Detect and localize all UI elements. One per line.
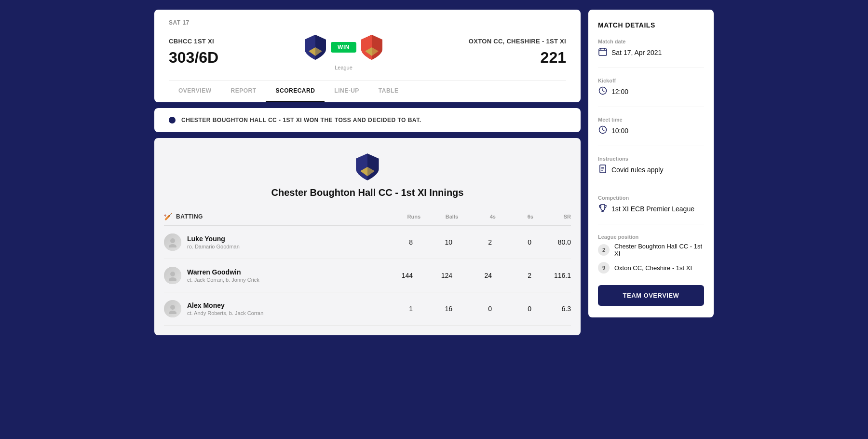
tab-scorecard[interactable]: SCORECARD [266,81,325,102]
divider [598,224,704,224]
avatar [164,267,181,284]
match-teams-row: CBHCC 1ST XI 303/6D WIN [169,34,566,80]
meet-time-group: Meet time 10:00 [598,117,704,136]
document-icon [598,165,608,175]
tab-overview[interactable]: OVERVIEW [169,81,221,102]
away-team-score: 221 [541,49,566,67]
toss-text: CHESTER BOUGHTON HALL CC - 1ST XI WON TH… [181,117,421,123]
divider [598,107,704,107]
competition-group: Competition 1st XI ECB Premier League [598,195,704,214]
league-position-group: League position 2 Chester Boughton Hall … [598,234,704,274]
kickoff-value: 12:00 [611,88,628,96]
stat-sixes: 0 [498,305,531,313]
player-info: Alex Money ct. Andy Roberts, b. Jack Cor… [187,302,373,316]
stat-runs: 144 [379,272,413,279]
stat-fours: 2 [458,238,492,246]
player-name: Alex Money [187,302,373,309]
stat-sr: 80.0 [537,238,571,246]
meet-time-value-row: 10:00 [598,125,704,136]
batting-section: 🏏 BATTING Runs Balls 4s 6s SR [154,208,581,326]
home-team-score: 303/6D [169,49,218,67]
player-avatar [164,300,181,317]
svg-point-1 [169,244,176,247]
person-icon [167,237,178,247]
person-icon [167,303,178,314]
divider [598,68,704,68]
table-row: Luke Young ro. Damario Goodman 8 10 2 0 … [164,226,571,259]
kickoff-value-row: 12:00 [598,86,704,97]
main-content: SAT 17 CBHCC 1ST XI 303/6D [154,10,581,335]
innings-card: Chester Boughton Hall CC - 1st XI Inning… [154,138,581,335]
stat-fours: 0 [458,305,492,313]
player-name: Warren Goodwin [187,268,373,276]
list-item: 2 Chester Boughton Hall CC - 1st XI [598,243,704,257]
position-team-2: Oxton CC, Cheshire - 1st XI [614,264,692,272]
home-team-name: CBHCC 1ST XI [169,38,218,45]
svg-point-0 [170,238,175,243]
stat-balls: 16 [419,305,452,313]
list-item: 9 Oxton CC, Cheshire - 1st XI [598,262,704,274]
player-avatar [164,267,181,284]
team-overview-button[interactable]: TEAM OVERVIEW [598,285,704,306]
svg-point-4 [170,305,175,310]
home-shield-icon [304,34,327,61]
player-dismissal: ro. Damario Goodman [187,244,373,249]
clock-icon-2 [598,125,608,136]
league-label: League [335,65,353,70]
player-dismissal: ct. Jack Corran, b. Jonny Crick [187,277,373,283]
calendar-icon [598,47,608,58]
kickoff-label: Kickoff [598,78,704,83]
position-badge-2: 9 [598,262,610,274]
match-center: WIN League [304,34,383,70]
instructions-value: Covid rules apply [611,166,663,174]
sidebar-title: MATCH DETAILS [598,21,704,29]
clock-icon [598,86,608,97]
away-team-name: OXTON CC, CHESHIRE - 1ST XI [469,38,566,45]
competition-value-row: 1st XI ECB Premier League [598,204,704,214]
batting-header-row: 🏏 BATTING Runs Balls 4s 6s SR [164,208,571,226]
player-dismissal: ct. Andy Roberts, b. Jack Corran [187,310,373,316]
tabs-row: OVERVIEW REPORT SCORECARD LINE-UP TABLE [169,80,566,102]
innings-title: Chester Boughton Hall CC - 1st XI Inning… [271,187,464,198]
col-runs: Runs [387,214,420,220]
page-wrapper: SAT 17 CBHCC 1ST XI 303/6D [154,10,714,335]
match-header-card: SAT 17 CBHCC 1ST XI 303/6D [154,10,581,102]
kickoff-group: Kickoff 12:00 [598,78,704,97]
stat-sr: 116.1 [537,272,571,279]
svg-point-3 [169,277,176,281]
player-avatar [164,233,181,251]
match-date-label: Match date [598,39,704,44]
col-4s: 4s [462,214,496,220]
player-name: Luke Young [187,235,373,243]
instructions-value-row: Covid rules apply [598,165,704,175]
stat-sixes: 2 [498,272,531,279]
position-team-1: Chester Boughton Hall CC - 1st XI [614,243,704,257]
toss-dot-icon [169,117,176,123]
col-sr: SR [537,214,571,220]
away-team: OXTON CC, CHESHIRE - 1ST XI 221 [469,38,566,67]
home-team: CBHCC 1ST XI 303/6D [169,38,218,67]
tab-lineup[interactable]: LINE-UP [325,81,369,102]
svg-rect-6 [599,49,607,55]
svg-line-15 [603,130,604,131]
match-date-value: Sat 17, Apr 2021 [611,49,662,56]
player-info: Luke Young ro. Damario Goodman [187,235,373,249]
competition-value: 1st XI ECB Premier League [611,205,694,213]
match-date-label: SAT 17 [169,19,566,26]
tab-report[interactable]: REPORT [221,81,266,102]
competition-label: Competition [598,195,704,201]
stat-sr: 6.3 [537,305,571,313]
innings-shield-icon [355,152,380,181]
innings-header: Chester Boughton Hall CC - 1st XI Inning… [154,138,581,208]
match-details-sidebar: MATCH DETAILS Match date Sat 17, Apr 202… [588,10,714,317]
table-row: Alex Money ct. Andy Roberts, b. Jack Cor… [164,292,571,326]
match-date-group: Match date Sat 17, Apr 2021 [598,39,704,58]
avatar [164,233,181,251]
svg-point-2 [170,272,175,276]
stat-balls: 10 [419,238,452,246]
tab-table[interactable]: TABLE [369,81,408,102]
league-position-label: League position [598,234,704,240]
position-badge-1: 2 [598,244,610,256]
shields-row: WIN [304,34,383,61]
col-balls: Balls [424,214,458,220]
